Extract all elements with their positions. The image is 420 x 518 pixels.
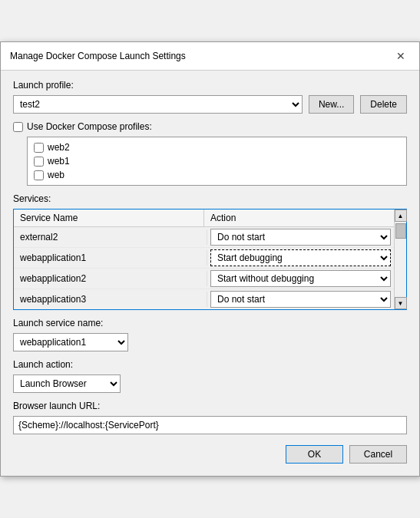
profiles-box: web2 web1 web xyxy=(27,137,407,186)
docker-compose-profiles-section: Use Docker Compose profiles: web2 web1 w… xyxy=(13,121,407,186)
launch-service-name-row: webapplication1 webapplication2 webappli… xyxy=(13,333,407,351)
ok-button[interactable]: OK xyxy=(286,445,343,464)
service-action-external2: Do not start Start debugging Start witho… xyxy=(207,227,394,247)
profile-web1-checkbox[interactable] xyxy=(34,157,44,167)
launch-service-name-label: Launch service name: xyxy=(13,318,407,328)
services-inner: Service Name Action external2 Do not sta… xyxy=(14,210,394,309)
dialog-footer: OK Cancel xyxy=(13,445,407,464)
profile-web1-label: web1 xyxy=(48,156,70,167)
dialog-title: Manage Docker Compose Launch Settings xyxy=(10,51,186,61)
dialog: Manage Docker Compose Launch Settings ✕ … xyxy=(0,41,420,477)
launch-profile-select[interactable]: test2 xyxy=(13,95,303,114)
col-action: Action xyxy=(204,210,394,226)
profile-web-checkbox[interactable] xyxy=(34,170,44,180)
table-row: webapplication1 Do not start Start debug… xyxy=(14,248,394,269)
scroll-thumb[interactable] xyxy=(395,223,406,239)
launch-profile-row: test2 New... Delete xyxy=(13,95,407,114)
services-table-header: Service Name Action xyxy=(14,210,394,227)
service-name-webapplication1: webapplication1 xyxy=(14,250,207,266)
launch-action-label: Launch action: xyxy=(13,359,407,370)
docker-compose-profiles-checkbox[interactable] xyxy=(13,122,23,132)
service-action-webapplication2: Do not start Start debugging Start witho… xyxy=(207,269,394,289)
new-button[interactable]: New... xyxy=(309,95,354,114)
services-scrollbar: ▲ ▼ xyxy=(394,210,406,309)
service-action-webapplication3: Do not start Start debugging Start witho… xyxy=(207,289,394,309)
profile-item-web: web xyxy=(34,168,400,182)
service-action-webapplication1: Do not start Start debugging Start witho… xyxy=(207,248,394,268)
service-name-webapplication2: webapplication2 xyxy=(14,271,207,286)
services-section: Services: Service Name Action external2 … xyxy=(13,193,407,310)
service-action-select-webapplication3[interactable]: Do not start Start debugging Start witho… xyxy=(210,291,391,308)
scroll-up-button[interactable]: ▲ xyxy=(395,210,407,222)
docker-compose-profiles-checkbox-row: Use Docker Compose profiles: xyxy=(13,121,407,132)
launch-service-name-select[interactable]: webapplication1 webapplication2 webappli… xyxy=(13,333,128,351)
launch-action-select[interactable]: Launch Browser Start debugging Start wit… xyxy=(13,374,121,393)
dialog-content: Launch profile: test2 New... Delete Use … xyxy=(1,71,419,476)
service-action-select-webapplication2[interactable]: Do not start Start debugging Start witho… xyxy=(210,270,391,287)
service-name-external2: external2 xyxy=(14,229,207,245)
cancel-button[interactable]: Cancel xyxy=(349,445,407,464)
delete-button[interactable]: Delete xyxy=(360,95,407,114)
service-action-select-external2[interactable]: Do not start Start debugging Start witho… xyxy=(210,229,391,246)
service-action-select-webapplication1[interactable]: Do not start Start debugging Start witho… xyxy=(210,249,391,266)
profile-item-web1: web1 xyxy=(34,154,400,168)
profile-web2-checkbox[interactable] xyxy=(34,143,44,153)
browser-launch-url-input[interactable] xyxy=(13,416,407,434)
table-row: webapplication2 Do not start Start debug… xyxy=(14,269,394,289)
col-service-name: Service Name xyxy=(14,210,204,226)
service-name-webapplication3: webapplication3 xyxy=(14,292,207,307)
services-container: Service Name Action external2 Do not sta… xyxy=(13,209,407,310)
profile-item-web2: web2 xyxy=(34,140,400,154)
profile-web2-label: web2 xyxy=(48,142,70,153)
close-button[interactable]: ✕ xyxy=(392,48,410,64)
scroll-down-button[interactable]: ▼ xyxy=(395,297,407,309)
launch-profile-label: Launch profile: xyxy=(13,80,407,91)
table-row: webapplication3 Do not start Start debug… xyxy=(14,289,394,309)
launch-action-row: Launch Browser Start debugging Start wit… xyxy=(13,374,407,393)
services-label: Services: xyxy=(13,193,407,204)
table-row: external2 Do not start Start debugging S… xyxy=(14,227,394,248)
docker-compose-profiles-label: Use Docker Compose profiles: xyxy=(27,121,152,132)
title-bar: Manage Docker Compose Launch Settings ✕ xyxy=(1,42,419,71)
browser-launch-url-label: Browser launch URL: xyxy=(13,401,407,411)
profile-web-label: web xyxy=(48,170,64,180)
